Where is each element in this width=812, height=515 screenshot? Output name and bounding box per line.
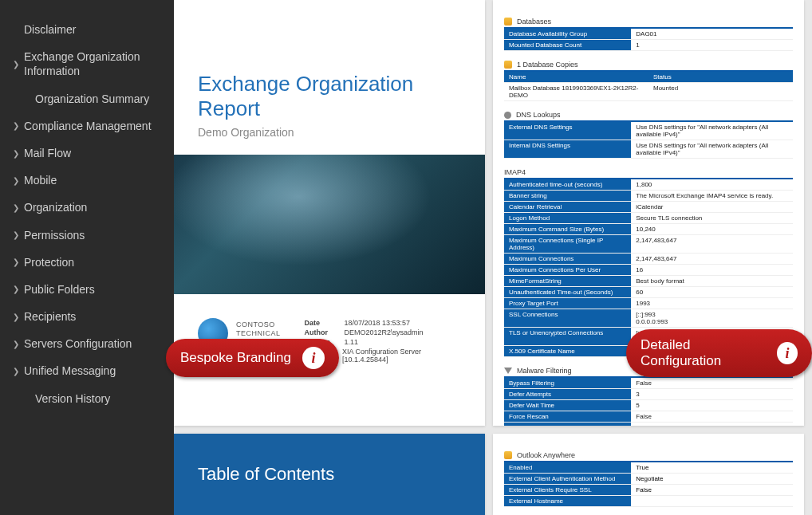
section-header: DNS Lookups: [504, 108, 793, 122]
chevron-right-icon: ❯: [13, 148, 24, 159]
chevron-right-icon: ❯: [13, 230, 24, 240]
table-row: Unauthenticated Time-out (Seconds)60: [504, 287, 793, 298]
table-row: EnabledTrue: [504, 462, 793, 474]
sidebar-item[interactable]: Organization Summary: [0, 85, 174, 112]
table-row: Mailbox Database 1819903369\EX1-2K12R2-D…: [504, 83, 793, 101]
section-header: IMAP4: [504, 165, 793, 179]
chevron-right-icon: ❯: [13, 120, 24, 131]
sidebar-item-label: Protection: [24, 255, 158, 269]
sidebar-item[interactable]: Version History: [0, 385, 174, 412]
table-row: Primary Update Pathhttp://amupdatedl.mic…: [504, 423, 793, 426]
table-row: Defer Attempts3: [504, 389, 793, 400]
sidebar-item-label: Organization: [24, 200, 158, 214]
config-callout[interactable]: Detailed Configuration i: [626, 329, 812, 377]
filter-icon: [504, 368, 512, 374]
meta-row: AuthorDEMO2012R2\sysadmin: [305, 328, 461, 337]
chevron-right-icon: ❯: [13, 284, 24, 294]
info-icon: i: [777, 342, 798, 364]
sidebar-item-label: Unified Messaging: [24, 364, 158, 378]
table-row: Defer Wait Time5: [504, 400, 793, 411]
sidebar-item-label: Servers Configuration: [24, 336, 158, 351]
table-row: External Client Authentication MethodNeg…: [504, 474, 793, 485]
sidebar-item[interactable]: ❯Servers Configuration: [0, 330, 174, 357]
dns-icon: [504, 112, 511, 119]
database-icon: [504, 451, 512, 459]
chevron-right-icon: ❯: [13, 202, 24, 213]
section-header: Outlook Anywhere: [504, 448, 793, 462]
table-row: Maximum Command Size (Bytes)10,240: [504, 224, 793, 235]
sidebar-item-label: Organization Summary: [35, 92, 158, 106]
table-header-row: NameStatus: [504, 72, 793, 83]
branding-callout[interactable]: Bespoke Branding i: [166, 339, 339, 377]
section-header: Databases: [504, 14, 793, 29]
table-row: External Hostname: [504, 496, 793, 507]
table-row: MimeFormatStringBest body format: [504, 276, 793, 287]
table-row: Force RescanFalse: [504, 411, 793, 423]
table-row: Maximum Connections (Single IP Address)2…: [504, 235, 793, 254]
sidebar-item[interactable]: ❯Compliance Management: [0, 112, 174, 140]
sidebar-item-label: Public Folders: [24, 282, 158, 297]
table-row: Proxy Target Port1993: [504, 298, 793, 309]
table-row: External DNS SettingsUse DNS settings fo…: [504, 122, 793, 140]
content-area: Exchange Organization Report Demo Organi…: [174, 0, 812, 515]
sidebar-item-label: Mobile: [24, 173, 158, 187]
sidebar-item[interactable]: ❯Exchange Organization Information: [0, 43, 174, 85]
sidebar-item[interactable]: ❯Public Folders: [0, 276, 174, 303]
sidebar-item-label: Recipients: [24, 309, 158, 324]
sidebar: Disclaimer❯Exchange Organization Informa…: [0, 0, 174, 515]
table-row: Maximum Connections2,147,483,647: [504, 254, 793, 265]
table-row: External Clients Require SSLFalse: [504, 485, 793, 496]
section-header: 1 Database Copies: [504, 57, 793, 72]
sidebar-item-label: Exchange Organization Information: [24, 49, 158, 78]
table-row: Database Availability GroupDAG01: [504, 29, 793, 40]
sidebar-item-label: Permissions: [24, 228, 158, 242]
database-icon: [504, 18, 512, 26]
table-row: Authenticated time-out (seconds)1,800: [504, 179, 793, 191]
chevron-right-icon: ❯: [13, 339, 24, 349]
chevron-right-icon: ❯: [13, 175, 24, 186]
sidebar-item-label: Disclaimer: [24, 22, 158, 37]
sidebar-item[interactable]: ❯Permissions: [0, 222, 174, 249]
sidebar-item[interactable]: ❯Organization: [0, 194, 174, 221]
sidebar-item[interactable]: ❯Mail Flow: [0, 140, 174, 167]
report-detail-page-2: Outlook AnywhereEnabledTrueExternal Clie…: [493, 434, 804, 515]
cover-image: [174, 155, 485, 294]
table-row: Maximum Connections Per User16: [504, 265, 793, 276]
report-title: Exchange Organization Report: [198, 72, 461, 121]
table-row: Banner stringThe Microsoft Exchange IMAP…: [504, 191, 793, 202]
sidebar-item[interactable]: ❯Unified Messaging: [0, 357, 174, 384]
sidebar-item-label: Compliance Management: [24, 119, 158, 133]
table-row: Bypass FilteringFalse: [504, 378, 793, 389]
toc-title: Table of Contents: [198, 464, 334, 485]
table-row: Logon MethodSecure TLS connection: [504, 213, 793, 224]
meta-row: Date18/07/2018 13:53:57: [305, 318, 461, 328]
sidebar-item-label: Version History: [35, 391, 158, 406]
sidebar-item[interactable]: ❯Mobile: [0, 167, 174, 194]
sidebar-item[interactable]: ❯Protection: [0, 249, 174, 276]
table-row: SSL Connections[::]:993 0.0.0.0:993: [504, 309, 793, 328]
toc-page: Table of Contents: [174, 434, 485, 515]
table-row: Mounted Database Count1: [504, 40, 793, 51]
sidebar-item-label: Mail Flow: [24, 146, 158, 160]
info-icon: i: [302, 347, 325, 369]
database-icon: [504, 61, 512, 69]
table-row: Calendar RetrievaliCalendar: [504, 202, 793, 213]
table-row: Internal DNS SettingsUse DNS settings fo…: [504, 140, 793, 159]
chevron-right-icon: ❯: [13, 366, 24, 376]
chevron-right-icon: ❯: [13, 257, 24, 267]
sidebar-item[interactable]: ❯Recipients: [0, 303, 174, 330]
chevron-right-icon: ❯: [13, 312, 24, 322]
report-subtitle: Demo Organization: [198, 126, 461, 139]
sidebar-item[interactable]: Disclaimer: [0, 16, 174, 43]
chevron-right-icon: ❯: [13, 59, 24, 69]
